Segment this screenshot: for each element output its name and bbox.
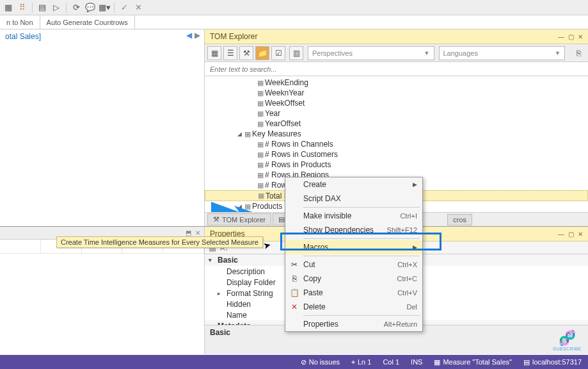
view-list-icon[interactable]: ☰ [223, 46, 237, 60]
chevron-down-icon: ▼ [555, 50, 560, 56]
document-tabs: n to Non Auto Generate Countrows [0, 15, 588, 29]
perspectives-label: Perspectives [312, 49, 353, 57]
menu-separator [303, 207, 420, 208]
nav-fwd-icon[interactable]: ▶ [195, 31, 200, 40]
status-label: Ln 1 [358, 358, 371, 366]
menu-properties[interactable]: PropertiesAlt+Return [285, 317, 422, 331]
tree-label: # Rows in Channels [265, 140, 333, 149]
tree-label: WeekOffset [265, 99, 305, 108]
panel-close-icon[interactable]: ✕ [578, 231, 583, 238]
tree-column[interactable]: ▦Year [205, 108, 588, 119]
status-host[interactable]: ▤localhost:57317 [523, 358, 582, 366]
status-label: Measure "Total Sales" [443, 358, 511, 366]
menu-create[interactable]: Create▶ [285, 177, 422, 192]
chevron-down-icon: ▼ [424, 50, 430, 56]
tab-cros[interactable]: cros [447, 214, 472, 226]
panel-close-icon[interactable]: ✕ [578, 33, 583, 40]
chevron-right-icon: ▶ [413, 181, 417, 188]
perspectives-dropdown[interactable]: Perspectives ▼ [308, 46, 434, 60]
tree-column[interactable]: ▦YearOffset [205, 119, 588, 129]
hierarchy-icon[interactable]: ⠿ [17, 2, 28, 13]
panel-maximize-icon[interactable]: ▢ [568, 231, 574, 238]
expand-icon[interactable]: ▸ [218, 290, 226, 297]
tree-measure[interactable]: ▦# Rows in Channels [205, 139, 588, 149]
measure-icon: ▦ [256, 151, 265, 159]
comment-icon[interactable]: 💬 [84, 2, 96, 13]
tree-folder-key-measures[interactable]: ◢▦Key Measures [205, 129, 588, 139]
menu-shortcut: Shift+F12 [387, 226, 417, 234]
view-table-icon[interactable]: ▦ [207, 46, 221, 60]
collapse-icon[interactable]: ◢ [235, 131, 243, 137]
nav-back-icon[interactable]: ◀ [186, 31, 192, 40]
status-measure[interactable]: ▦Measure "Total Sales" [434, 358, 511, 366]
copy-tree-icon[interactable]: ⎘ [571, 46, 585, 60]
table-icon[interactable]: ▦ [3, 2, 14, 13]
menu-separator [303, 256, 420, 256]
menu-show-dependencies[interactable]: Show DependenciesShift+F12 [285, 223, 422, 237]
edit-icon[interactable]: ☑ [271, 46, 285, 60]
menu-make-invisible[interactable]: Make invisibleCtrl+I [285, 209, 422, 223]
menu-paste[interactable]: 📋PasteCtrl+V [285, 286, 422, 300]
check-icon: ⊘ [301, 358, 306, 366]
filter-icon[interactable]: ▤ [36, 2, 48, 13]
measure-icon: ▦ [257, 192, 266, 200]
column-icon: ▦ [256, 79, 265, 87]
languages-dropdown[interactable]: Languages ▼ [439, 46, 566, 60]
editor-content[interactable]: otal Sales] [0, 29, 204, 226]
folder-icon[interactable]: 📁 [255, 46, 269, 60]
measure-reference: otal Sales] [5, 32, 41, 41]
menu-macros[interactable]: Macros▶ [285, 240, 422, 254]
status-bar: ⊘No issues ⌖Ln 1 Col 1 INS ▦Measure "Tot… [0, 355, 588, 369]
tree-label: Year [265, 109, 280, 118]
columns-icon[interactable]: ▥ [289, 46, 303, 60]
collapse-icon[interactable]: ▾ [209, 257, 218, 263]
view-tree-icon[interactable]: ⚒ [239, 46, 253, 60]
panel-minimize-icon[interactable]: — [558, 231, 564, 238]
menu-script-dax[interactable]: Script DAX [285, 192, 422, 206]
copy-icon: ⎘ [289, 274, 299, 283]
tree-measure[interactable]: ▦# Rows in Products [205, 160, 588, 170]
tree-measure[interactable]: ▦# Rows in Customers [205, 149, 588, 160]
tab-left[interactable]: n to Non [0, 15, 40, 29]
column-icon: ▦ [256, 99, 265, 108]
menu-label: Make invisible [303, 211, 351, 220]
separator [66, 3, 67, 13]
status-ins[interactable]: INS [411, 358, 422, 366]
tab-auto-generate[interactable]: Auto Generate Countrows [40, 15, 135, 29]
panel-maximize-icon[interactable]: ▢ [568, 33, 574, 40]
tree-column[interactable]: ▦WeekEnding [205, 78, 588, 88]
menu-label: Create [303, 180, 326, 189]
pin-icon[interactable]: ⬒ [186, 229, 191, 236]
tab-tom-explorer[interactable]: ⚒TOM Explorer [207, 213, 271, 226]
context-menu: Create▶ Script DAX Make invisibleCtrl+I … [285, 177, 423, 332]
close-icon[interactable]: ✕ [132, 2, 144, 13]
status-label: localhost:57317 [532, 358, 582, 366]
arrow-annotation [211, 201, 256, 212]
tree-label: # Rows in Customers [265, 150, 338, 159]
panel-title-label: TOM Explorer [210, 32, 257, 41]
play-icon[interactable]: ▷ [51, 2, 62, 13]
tree-column[interactable]: ▦WeeknYear [205, 88, 588, 98]
panel-minimize-icon[interactable]: — [558, 33, 564, 40]
search-input[interactable] [205, 62, 588, 76]
tree-column[interactable]: ▦WeekOffset [205, 98, 588, 108]
tree-label: WeeknYear [265, 88, 304, 97]
status-label: No issues [309, 358, 340, 366]
menu-shortcut: Del [406, 303, 417, 311]
measure-icon: ▦ [434, 358, 440, 366]
menu-delete[interactable]: ✕DeleteDel [285, 300, 422, 314]
status-ln[interactable]: ⌖Ln 1 [351, 358, 371, 366]
status-issues[interactable]: ⊘No issues [301, 358, 340, 366]
refresh-icon[interactable]: ⟳ [70, 2, 82, 13]
menu-copy[interactable]: ⎘CopyCtrl+C [285, 272, 422, 286]
layout-icon[interactable]: ▦▾ [99, 2, 110, 13]
delete-icon: ✕ [289, 302, 299, 311]
menu-shortcut: Alt+Return [384, 320, 417, 328]
menu-shortcut: Ctrl+X [397, 261, 417, 268]
close-icon[interactable]: ✕ [195, 229, 200, 236]
menu-separator [303, 238, 420, 239]
tom-search[interactable] [205, 62, 588, 76]
menu-label: Properties [303, 320, 338, 329]
menu-cut[interactable]: ✂CutCtrl+X [285, 258, 422, 272]
check-icon[interactable]: ✓ [118, 2, 130, 13]
